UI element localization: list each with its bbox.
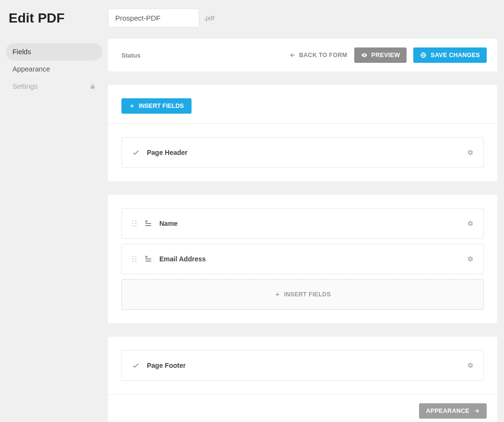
sidebar: Edit PDF Fields Appearance Settings — [0, 0, 108, 422]
sidebar-item-label: Appearance — [12, 65, 50, 73]
page-header-label: Page Header — [147, 149, 188, 156]
check-icon — [132, 148, 140, 157]
footer-row: APPEARANCE — [108, 394, 497, 422]
sidebar-item-label: Fields — [12, 48, 31, 56]
gear-icon[interactable] — [467, 220, 474, 227]
page-title: Edit PDF — [6, 9, 102, 34]
page-footer-label: Page Footer — [147, 362, 186, 369]
toolbar-right: BACK TO FORM PREVIEW SAVE CHANGES — [289, 47, 487, 63]
insert-fields-label: INSERT FIELDS — [139, 103, 184, 109]
dropzone-label: INSERT FIELDS — [284, 291, 331, 298]
field-label: Name — [159, 220, 178, 227]
appearance-label: APPEARANCE — [426, 408, 469, 414]
field-label: Email Address — [159, 255, 206, 263]
svg-point-12 — [135, 261, 137, 262]
svg-point-3 — [132, 223, 134, 224]
text-field-icon — [144, 255, 153, 263]
arrow-left-icon — [289, 52, 296, 59]
field-block[interactable]: Name — [121, 208, 484, 239]
back-to-form-link[interactable]: BACK TO FORM — [289, 52, 348, 59]
svg-point-1 — [132, 221, 134, 222]
gear-icon[interactable] — [467, 362, 474, 369]
drag-handle-icon[interactable] — [132, 220, 137, 227]
svg-point-11 — [132, 261, 134, 262]
check-icon — [132, 361, 140, 370]
filename-input[interactable] — [108, 9, 199, 27]
footer-section: Page Footer APPEARANCE — [108, 337, 497, 422]
page-header-block[interactable]: Page Header — [121, 137, 484, 168]
body-fields-section: Name Email Address — [108, 195, 497, 323]
status-label: Status — [121, 52, 141, 59]
svg-point-6 — [135, 225, 137, 227]
gear-icon[interactable] — [467, 256, 474, 262]
page-footer-block[interactable]: Page Footer — [121, 350, 484, 381]
fields-section: INSERT FIELDS Page Header — [108, 85, 497, 181]
save-changes-label: SAVE CHANGES — [431, 52, 480, 59]
main: .pdf Status BACK TO FORM PREVIEW — [108, 0, 504, 422]
sidebar-item-fields[interactable]: Fields — [6, 43, 102, 60]
back-to-form-label: BACK TO FORM — [299, 52, 348, 59]
plus-icon — [275, 292, 280, 297]
plus-icon — [129, 103, 135, 109]
svg-point-9 — [132, 258, 134, 260]
svg-point-5 — [132, 225, 134, 227]
arrow-right-icon — [473, 408, 480, 414]
globe-icon — [420, 52, 427, 59]
save-changes-button[interactable]: SAVE CHANGES — [413, 47, 487, 63]
title-row: .pdf — [108, 9, 497, 27]
toolbar-card: Status BACK TO FORM PREVIEW — [108, 39, 497, 71]
filename-ext: .pdf — [204, 14, 215, 22]
nav-list: Fields Appearance Settings — [6, 43, 102, 95]
preview-button[interactable]: PREVIEW — [354, 47, 407, 63]
text-field-icon — [144, 219, 153, 228]
drag-handle-icon[interactable] — [132, 255, 137, 263]
svg-point-7 — [132, 256, 134, 258]
insert-fields-button[interactable]: INSERT FIELDS — [121, 98, 192, 114]
lock-icon — [90, 83, 96, 89]
sidebar-item-settings[interactable]: Settings — [6, 78, 102, 95]
svg-point-10 — [135, 258, 137, 260]
preview-label: PREVIEW — [372, 52, 400, 59]
eye-icon — [361, 52, 368, 59]
svg-point-8 — [135, 256, 137, 258]
sidebar-item-label: Settings — [12, 82, 37, 90]
gear-icon[interactable] — [467, 149, 474, 156]
svg-point-2 — [135, 221, 137, 222]
insert-fields-dropzone[interactable]: INSERT FIELDS — [121, 279, 484, 310]
field-block[interactable]: Email Address — [121, 244, 484, 274]
appearance-button[interactable]: APPEARANCE — [419, 403, 487, 419]
sidebar-item-appearance[interactable]: Appearance — [6, 60, 102, 78]
svg-point-4 — [135, 223, 137, 224]
